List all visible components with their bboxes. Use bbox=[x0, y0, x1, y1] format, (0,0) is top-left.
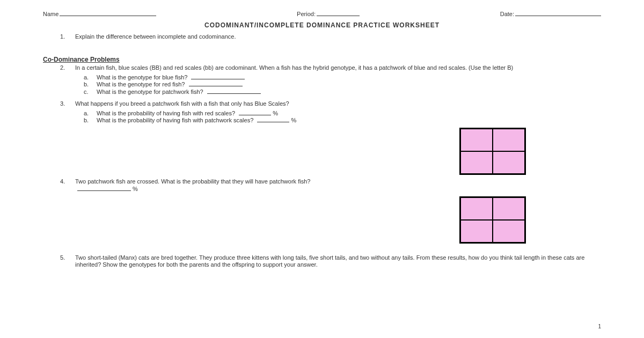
question-3b-letter: b. bbox=[84, 117, 89, 124]
question-4-number: 4. bbox=[60, 178, 65, 186]
question-3b: b. What is the probability of having fis… bbox=[97, 117, 601, 124]
punnett-square-3[interactable] bbox=[459, 128, 526, 175]
question-4-text: Two patchwork fish are crossed. What is … bbox=[75, 178, 310, 185]
question-3b-blank[interactable] bbox=[257, 122, 289, 122]
period-blank[interactable] bbox=[317, 16, 360, 16]
question-4-blank[interactable] bbox=[77, 190, 131, 191]
header-row: Name Period: Date: bbox=[43, 11, 601, 17]
question-3a-blank[interactable] bbox=[239, 115, 271, 115]
question-2a-letter: a. bbox=[84, 74, 89, 82]
punnett-cell[interactable] bbox=[460, 129, 493, 151]
question-3b-text: What is the probability of having fish w… bbox=[97, 117, 253, 123]
punnett-cell[interactable] bbox=[460, 151, 493, 174]
question-5: 5. Two short-tailed (Manx) cats are bred… bbox=[75, 254, 601, 269]
question-3: 3. What happens if you breed a patchwork… bbox=[75, 100, 601, 108]
punnett-square-3-wrap bbox=[43, 128, 526, 175]
punnett-square-4-wrap bbox=[43, 196, 526, 244]
punnett-cell[interactable] bbox=[493, 129, 525, 151]
question-2-number: 2. bbox=[60, 64, 65, 72]
worksheet-title: CODOMINANT/INCOMPLETE DOMINANCE PRACTICE… bbox=[43, 21, 601, 29]
question-2: 2. In a certain fish, blue scales (BB) a… bbox=[75, 64, 601, 72]
question-3-number: 3. bbox=[60, 100, 65, 108]
question-1: 1. Explain the difference between incomp… bbox=[75, 33, 601, 41]
punnett-cell[interactable] bbox=[493, 197, 525, 220]
date-field: Date: bbox=[500, 11, 601, 17]
question-2a: a. What is the genotype for blue fish? bbox=[97, 74, 601, 82]
question-5-text: Two short-tailed (Manx) cats are bred to… bbox=[75, 254, 584, 268]
question-3a-unit: % bbox=[273, 110, 278, 116]
question-3a: a. What is the probability of having fis… bbox=[97, 110, 601, 117]
period-label: Period: bbox=[297, 11, 316, 17]
punnett-cell[interactable] bbox=[460, 197, 493, 220]
question-5-number: 5. bbox=[60, 254, 65, 262]
name-blank[interactable] bbox=[60, 16, 156, 16]
question-2c-text: What is the genotype for patchwork fish? bbox=[97, 89, 203, 95]
punnett-cell[interactable] bbox=[493, 151, 525, 174]
question-2c-blank[interactable] bbox=[207, 93, 261, 94]
punnett-square-4[interactable] bbox=[459, 196, 526, 244]
question-2b-blank[interactable] bbox=[189, 86, 243, 86]
question-2b-text: What is the genotype for red fish? bbox=[97, 81, 185, 87]
period-field: Period: bbox=[297, 11, 360, 17]
question-3-text: What happens if you breed a patchwork fi… bbox=[75, 100, 289, 107]
date-blank[interactable] bbox=[515, 16, 601, 16]
punnett-cell[interactable] bbox=[493, 220, 525, 243]
question-2-text: In a certain fish, blue scales (BB) and … bbox=[75, 64, 513, 71]
question-2c: c. What is the genotype for patchwork fi… bbox=[97, 89, 601, 96]
question-2b-letter: b. bbox=[84, 81, 89, 89]
question-2c-letter: c. bbox=[84, 89, 89, 96]
page-number: 1 bbox=[598, 324, 601, 329]
punnett-cell[interactable] bbox=[460, 220, 493, 243]
question-4: 4. Two patchwork fish are crossed. What … bbox=[75, 178, 601, 193]
name-field: Name bbox=[43, 11, 156, 17]
question-1-text: Explain the difference between incomplet… bbox=[75, 33, 236, 40]
question-1-number: 1. bbox=[60, 33, 65, 41]
date-label: Date: bbox=[500, 11, 514, 17]
question-2a-text: What is the genotype for blue fish? bbox=[97, 74, 187, 80]
question-4-unit: % bbox=[133, 186, 138, 192]
question-3a-letter: a. bbox=[84, 110, 89, 117]
question-3b-unit: % bbox=[291, 117, 296, 123]
question-3a-text: What is the probability of having fish w… bbox=[97, 110, 235, 116]
question-2b: b. What is the genotype for red fish? bbox=[97, 81, 601, 89]
name-label: Name bbox=[43, 11, 58, 17]
question-2a-blank[interactable] bbox=[191, 79, 245, 79]
section-heading-codominance: Co-Dominance Problems bbox=[43, 56, 601, 63]
